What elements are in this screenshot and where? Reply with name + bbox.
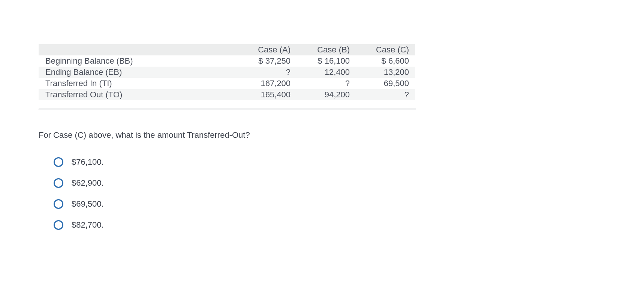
radio-icon <box>54 199 63 209</box>
table-row: Transferred Out (TO) 165,400 94,200 ? <box>39 89 415 100</box>
cell: 13,200 <box>356 67 415 78</box>
cell: ? <box>237 67 297 78</box>
row-label: Ending Balance (EB) <box>39 67 237 78</box>
header-case-b: Case (B) <box>297 44 356 55</box>
answer-option[interactable]: $62,900. <box>54 178 412 188</box>
cell: ? <box>356 89 415 100</box>
table-row: Beginning Balance (BB) $ 37,250 $ 16,100… <box>39 55 415 67</box>
radio-icon <box>54 178 63 188</box>
table-row: Transferred In (TI) 167,200 ? 69,500 <box>39 78 415 89</box>
cell: 69,500 <box>356 78 415 89</box>
cell: $ 16,100 <box>297 55 356 67</box>
row-label: Transferred In (TI) <box>39 78 237 89</box>
cell: 167,200 <box>237 78 297 89</box>
row-label: Transferred Out (TO) <box>39 89 237 100</box>
option-label: $62,900. <box>72 178 104 188</box>
option-label: $69,500. <box>72 199 104 209</box>
table-row: Ending Balance (EB) ? 12,400 13,200 <box>39 67 415 78</box>
option-label: $76,100. <box>72 157 104 167</box>
header-case-a: Case (A) <box>237 44 297 55</box>
header-blank <box>39 44 237 55</box>
answer-option[interactable]: $82,700. <box>54 220 412 230</box>
header-case-c: Case (C) <box>356 44 415 55</box>
radio-icon <box>54 220 63 230</box>
row-label: Beginning Balance (BB) <box>39 55 237 67</box>
answer-options: $76,100. $62,900. $69,500. $82,700. <box>39 157 412 230</box>
cell: 165,400 <box>237 89 297 100</box>
cell: 94,200 <box>297 89 356 100</box>
answer-option[interactable]: $69,500. <box>54 199 412 209</box>
option-label: $82,700. <box>72 220 104 230</box>
cell: ? <box>297 78 356 89</box>
cell: $ 37,250 <box>237 55 297 67</box>
answer-option[interactable]: $76,100. <box>54 157 412 167</box>
radio-icon <box>54 157 63 167</box>
data-table: Case (A) Case (B) Case (C) Beginning Bal… <box>39 44 415 100</box>
cell: 12,400 <box>297 67 356 78</box>
table-header-row: Case (A) Case (B) Case (C) <box>39 44 415 55</box>
question-text: For Case (C) above, what is the amount T… <box>39 130 412 140</box>
cell: $ 6,600 <box>356 55 415 67</box>
divider <box>39 109 416 110</box>
